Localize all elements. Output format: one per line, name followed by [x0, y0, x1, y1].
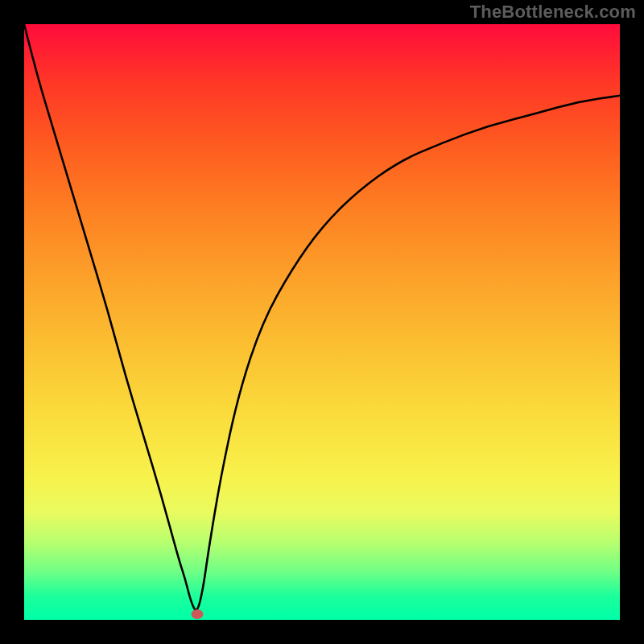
- vertex-marker: [191, 609, 203, 619]
- curve-layer: [24, 24, 620, 620]
- watermark-label: TheBottleneck.com: [470, 2, 636, 23]
- plot-area: [24, 24, 620, 620]
- bottleneck-curve: [24, 24, 620, 610]
- chart-frame: TheBottleneck.com: [0, 0, 644, 644]
